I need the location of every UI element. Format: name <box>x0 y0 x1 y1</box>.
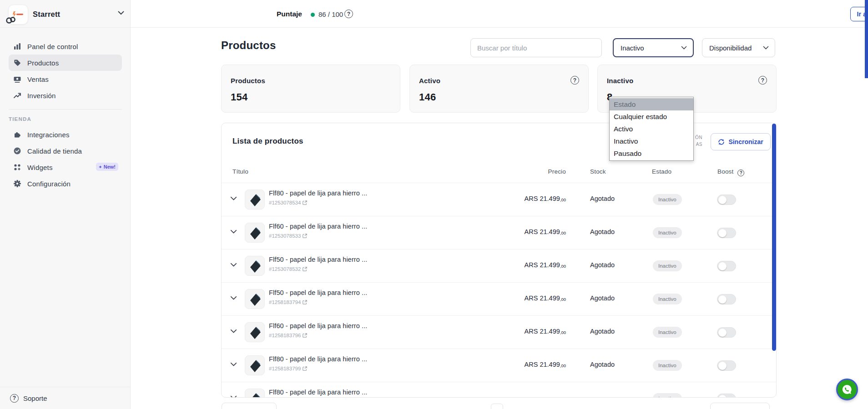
tag-icon <box>13 59 21 67</box>
pagination-page-button[interactable] <box>491 404 503 409</box>
product-image <box>245 223 265 243</box>
sidebar-item-configuracion[interactable]: Configuración <box>9 175 122 192</box>
sidebar-item-label: Productos <box>27 59 59 67</box>
pagination-next-button[interactable] <box>710 403 770 409</box>
product-stock: Agotado <box>590 361 615 368</box>
support-label: Soporte <box>23 394 47 402</box>
sparkle-icon: ✦ <box>98 165 102 170</box>
score-status-dot <box>311 13 315 17</box>
expand-row-icon[interactable] <box>230 362 237 367</box>
menu-option-estado[interactable]: Estado <box>610 98 693 110</box>
support-button[interactable]: ? Soporte <box>0 387 131 409</box>
app-root: Starrett Panel de control <box>0 0 868 409</box>
product-title[interactable]: Flf60 - papel de lija para hierro ... <box>269 223 367 230</box>
stat-value: 146 <box>419 91 436 103</box>
sidebar-item-calidad-de-tienda[interactable]: Calidad de tienda <box>9 143 122 159</box>
product-id-link[interactable]: #1253078533 <box>269 233 307 239</box>
stat-label: Activo <box>419 77 440 85</box>
external-link-icon <box>303 300 307 304</box>
boost-toggle[interactable] <box>717 195 736 205</box>
boost-toggle[interactable] <box>717 394 736 398</box>
status-filter-select[interactable]: Inactivo <box>613 38 694 57</box>
sidebar-item-ventas[interactable]: Ventas <box>9 71 122 87</box>
help-icon[interactable]: ? <box>344 10 353 18</box>
product-title[interactable]: Flf50 - papel de lija para hierro ... <box>269 256 367 263</box>
boost-toggle[interactable] <box>717 228 736 238</box>
topbar: Puntaje 86 / 100 ? Ir a Tiendanube <box>131 0 868 28</box>
sidebar-item-productos[interactable]: Productos <box>9 55 122 71</box>
puzzle-icon <box>13 130 21 139</box>
product-title[interactable]: Flf50 - papel de lija para hierro ... <box>269 289 367 296</box>
product-stock: Agotado <box>590 261 615 269</box>
product-id-link[interactable]: #1258183794 <box>269 299 307 305</box>
sidebar-item-panel-de-control[interactable]: Panel de control <box>9 38 122 55</box>
table-row: Flf60 - papel de lija para hierro ... #1… <box>222 216 776 249</box>
table-row: Flf60 - papel de lija para hierro ... #1… <box>222 316 776 349</box>
page-scrollbar-thumb[interactable] <box>865 0 868 78</box>
store-switcher[interactable]: Starrett <box>8 5 124 25</box>
search-input[interactable] <box>470 38 602 57</box>
pagination-prev-button[interactable] <box>222 403 277 409</box>
status-badge: Inactivo <box>653 294 682 304</box>
product-stock: Agotado <box>590 195 615 202</box>
whatsapp-button[interactable] <box>836 379 858 400</box>
page-title: Productos <box>221 39 276 52</box>
sync-button[interactable]: Sincronizar <box>711 133 771 150</box>
expand-row-icon[interactable] <box>230 296 237 300</box>
product-id-link[interactable]: #1258183799 <box>269 366 307 371</box>
chevron-down-icon <box>763 46 769 50</box>
help-icon[interactable]: ? <box>737 170 744 176</box>
product-price: ARS 21.499,00 <box>525 361 566 368</box>
money-icon <box>13 75 21 83</box>
sidebar-item-widgets[interactable]: Widgets ✦ New! <box>9 159 122 175</box>
boost-toggle[interactable] <box>717 294 736 304</box>
boost-toggle[interactable] <box>717 261 736 271</box>
menu-option-inactivo[interactable]: Inactivo <box>610 135 693 147</box>
expand-row-icon[interactable] <box>230 229 237 234</box>
trending-up-icon <box>13 91 21 100</box>
product-price: ARS 21.499,00 <box>525 294 566 302</box>
product-stock: Agotado <box>590 228 615 235</box>
stat-label: Inactivo <box>607 77 633 85</box>
table-row: Flf80 - papel de lija para hierro ... #1… <box>222 349 776 382</box>
product-image <box>245 355 265 375</box>
product-stock: Agotado <box>590 294 615 302</box>
boost-toggle[interactable] <box>717 327 736 338</box>
menu-option-pausado[interactable]: Pausado <box>610 147 693 160</box>
product-id-link[interactable]: #1253078532 <box>269 266 307 272</box>
help-icon[interactable]: ? <box>570 76 579 85</box>
product-title[interactable]: Flf80 - papel de lija para hierro ... <box>269 389 367 396</box>
product-title[interactable]: Flf80 - papel de lija para hierro ... <box>269 190 367 197</box>
product-id-link[interactable]: #1253078534 <box>269 200 307 205</box>
help-icon: ? <box>10 394 19 403</box>
store-name: Starrett <box>33 10 60 19</box>
expand-row-icon[interactable] <box>230 395 237 398</box>
status-badge: Inactivo <box>653 327 682 338</box>
expand-row-icon[interactable] <box>230 329 237 334</box>
menu-option-activo[interactable]: Activo <box>610 123 693 135</box>
external-link-icon <box>303 234 307 238</box>
product-image <box>245 289 265 309</box>
availability-filter-select[interactable]: Disponibilidad <box>702 38 775 57</box>
status-badge: Inactivo <box>653 393 682 398</box>
expand-row-icon[interactable] <box>230 263 237 267</box>
sidebar: Starrett Panel de control <box>0 0 131 409</box>
linked-accounts-icon <box>5 16 17 25</box>
status-dropdown-menu: Estado Cualquier estado Activo Inactivo … <box>609 97 694 161</box>
list-scrollbar-thumb[interactable] <box>772 124 776 351</box>
product-title[interactable]: Flf80 - papel de lija para hierro ... <box>269 355 367 363</box>
boost-toggle[interactable] <box>717 360 736 371</box>
sidebar-item-label: Widgets <box>27 164 53 171</box>
status-badge: Inactivo <box>653 227 682 238</box>
external-link-icon <box>303 267 307 271</box>
menu-option-cualquier-estado[interactable]: Cualquier estado <box>610 110 693 123</box>
help-icon[interactable]: ? <box>758 76 767 85</box>
gear-icon <box>13 180 21 188</box>
sidebar-item-label: Integraciones <box>27 131 70 139</box>
expand-row-icon[interactable] <box>230 196 237 201</box>
sidebar-item-inversion[interactable]: Inversión <box>9 87 122 104</box>
sidebar-item-integraciones[interactable]: Integraciones <box>9 126 122 143</box>
product-title[interactable]: Flf60 - papel de lija para hierro ... <box>269 322 367 329</box>
product-id-link[interactable]: #1258183796 <box>269 333 307 338</box>
sidebar-divider <box>0 27 131 28</box>
